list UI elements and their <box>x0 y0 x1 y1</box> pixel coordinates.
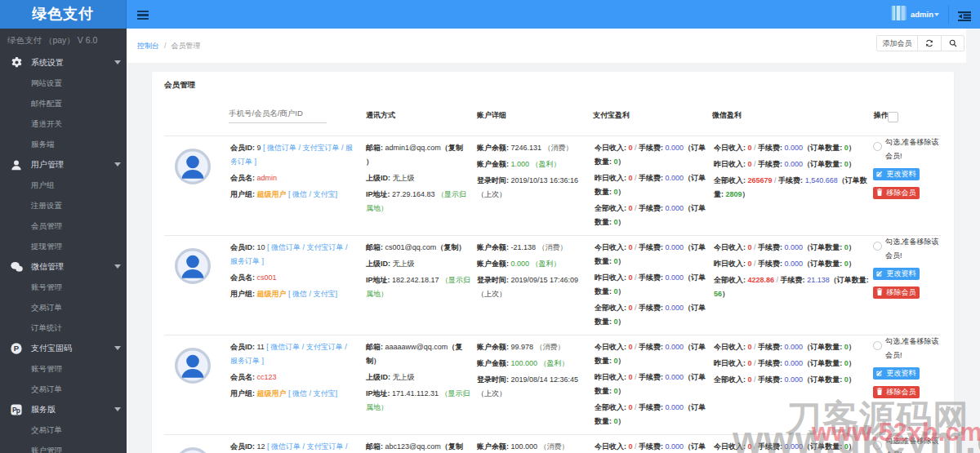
svg-text:P: P <box>14 344 20 353</box>
svg-text:p: p <box>16 406 20 415</box>
